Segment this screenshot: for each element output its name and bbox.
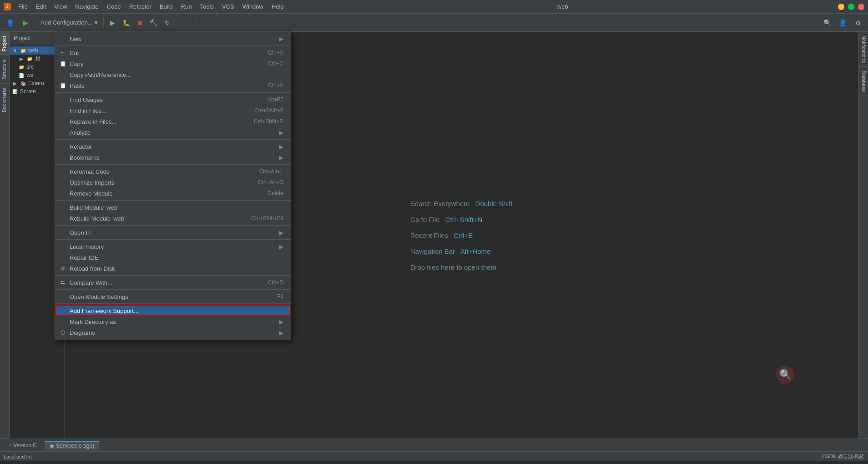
app-logo: J bbox=[4, 3, 11, 10]
ctx-mark-directory[interactable]: Mark Directory as ▶ bbox=[55, 316, 291, 327]
sidebar-tab-project[interactable]: Project bbox=[0, 32, 10, 55]
ctx-divider-10 bbox=[55, 303, 291, 304]
tree-label-we: we bbox=[26, 72, 33, 78]
add-config-label: Add Configuration... bbox=[40, 19, 93, 26]
compare-icon: ⇆ bbox=[59, 278, 67, 287]
right-tab-notifications[interactable]: Notifications bbox=[858, 32, 868, 67]
sidebar-tab-structure[interactable]: Structure bbox=[0, 55, 10, 83]
ctx-build-module[interactable]: Build Module 'web' bbox=[55, 202, 291, 213]
tree-label-scratch: Scrate bbox=[20, 88, 36, 95]
ctx-rebuild-module[interactable]: Rebuild Module 'web' Ctrl+Shift+F9 bbox=[55, 213, 291, 224]
ctx-refactor[interactable]: Refactor ▶ bbox=[55, 141, 291, 152]
menu-edit[interactable]: Edit bbox=[32, 2, 50, 11]
hint-search-everywhere: Search Everywhere Double Shift bbox=[410, 200, 513, 207]
toolbar: 👤 ▶ Add Configuration... ▾ ▶ 🐛 ⏹ 🔨 ↻ ← →… bbox=[0, 14, 868, 32]
ctx-new[interactable]: New ▶ bbox=[55, 33, 291, 44]
version-control-label: Version C bbox=[13, 442, 37, 449]
tree-label-src: src bbox=[26, 64, 34, 70]
sync-button[interactable]: ↻ bbox=[161, 16, 174, 29]
ctx-remove-module-label: Remove Module bbox=[70, 190, 113, 197]
ctx-bookmarks-arrow: ▶ bbox=[279, 154, 283, 161]
menu-vcs[interactable]: VCS bbox=[218, 2, 238, 11]
ctx-reformat-shortcut: Ctrl+Alt+L bbox=[259, 168, 283, 175]
ctx-copy[interactable]: 📋 Copy Ctrl+C bbox=[55, 58, 291, 69]
search-everywhere-icon[interactable]: 🔍 bbox=[821, 16, 833, 29]
right-tab-database[interactable]: Database bbox=[858, 67, 868, 96]
ctx-divider-5 bbox=[55, 200, 291, 201]
ctx-analyze[interactable]: Analyze ▶ bbox=[55, 127, 291, 138]
ctx-find-in-files[interactable]: Find in Files... Ctrl+Shift+F bbox=[55, 105, 291, 116]
ctx-open-in-arrow: ▶ bbox=[279, 229, 283, 236]
menu-run[interactable]: Run bbox=[177, 2, 196, 11]
nav-bar-key: Alt+Home bbox=[460, 247, 490, 255]
goto-file-key: Ctrl+Shift+N bbox=[445, 216, 483, 223]
menu-refactor[interactable]: Refactor bbox=[126, 2, 155, 11]
scratch-icon: 📝 bbox=[12, 88, 18, 95]
ctx-copy-path[interactable]: Copy Path/Reference... bbox=[55, 69, 291, 80]
menu-navigate[interactable]: Navigate bbox=[71, 2, 102, 11]
menu-tools[interactable]: Tools bbox=[197, 2, 217, 11]
reload-icon: ↺ bbox=[59, 264, 67, 272]
ctx-cut[interactable]: ✂ Cut Ctrl+X bbox=[55, 47, 291, 58]
menu-help[interactable]: Help bbox=[268, 2, 288, 11]
debug-button[interactable]: 🐛 bbox=[120, 16, 133, 29]
menu-build[interactable]: Build bbox=[156, 2, 177, 11]
tree-label-id: .id bbox=[35, 55, 40, 62]
run-green-button[interactable]: ▶ bbox=[19, 16, 32, 29]
build-button[interactable]: 🔨 bbox=[147, 16, 160, 29]
ctx-repair-ide[interactable]: Repair IDE bbox=[55, 252, 291, 263]
title-bar: J File Edit View Navigate Code Refactor … bbox=[0, 0, 868, 14]
ctx-module-settings[interactable]: Open Module Settings F4 bbox=[55, 291, 291, 302]
ctx-reformat[interactable]: Reformat Code Ctrl+Alt+L bbox=[55, 166, 291, 177]
file-icon-we: 📄 bbox=[18, 72, 25, 78]
ctx-remove-module[interactable]: Remove Module Delete bbox=[55, 188, 291, 199]
user-icon[interactable]: 👤 bbox=[836, 16, 849, 29]
add-configuration-button[interactable]: Add Configuration... ▾ bbox=[35, 17, 104, 28]
ctx-module-settings-label: Open Module Settings bbox=[70, 293, 128, 300]
run-controls: ▶ 🐛 ⏹ 🔨 ↻ ← → bbox=[106, 16, 201, 29]
bottom-bar: ⑂ Version C ◉ Services e ago) bbox=[0, 439, 868, 451]
menu-code[interactable]: Code bbox=[103, 2, 125, 11]
ctx-find-usages[interactable]: Find Usages Alt+F7 bbox=[55, 94, 291, 105]
localized-int-status[interactable]: Localized Int bbox=[4, 454, 32, 459]
recent-files-label: Recent Files bbox=[410, 232, 448, 239]
hint-recent-files: Recent Files Ctrl+E bbox=[410, 232, 473, 239]
ctx-rebuild-shortcut: Ctrl+Shift+F9 bbox=[251, 215, 283, 222]
ctx-local-history[interactable]: Local History ▶ bbox=[55, 241, 291, 252]
menu-file[interactable]: File bbox=[15, 2, 31, 11]
menu-view[interactable]: View bbox=[50, 2, 71, 11]
bottom-tab-version-control[interactable]: ⑂ Version C bbox=[4, 441, 41, 449]
ctx-cut-shortcut: Ctrl+X bbox=[268, 50, 283, 56]
stop-button[interactable]: ⏹ bbox=[134, 16, 146, 29]
ctx-divider-2 bbox=[55, 92, 291, 93]
ctx-bookmarks[interactable]: Bookmarks ▶ bbox=[55, 152, 291, 163]
ctx-open-in[interactable]: Open In ▶ bbox=[55, 227, 291, 238]
forward-button[interactable]: → bbox=[188, 16, 201, 29]
ctx-paste-shortcut: Ctrl+V bbox=[268, 82, 283, 89]
ctx-optimize-imports[interactable]: Optimize Imports Ctrl+Alt+O bbox=[55, 177, 291, 188]
menu-window[interactable]: Window bbox=[239, 2, 267, 11]
ctx-diagrams[interactable]: ⬡ Diagrams ▶ bbox=[55, 327, 291, 338]
ctx-divider-7 bbox=[55, 239, 291, 240]
gear-icon[interactable]: ⚙ bbox=[852, 16, 864, 29]
ctx-replace-in-files[interactable]: Replace in Files... Ctrl+Shift+R bbox=[55, 116, 291, 127]
ctx-reload-disk[interactable]: ↺ Reload from Disk bbox=[55, 263, 291, 274]
back-button[interactable]: ← bbox=[175, 16, 187, 29]
ctx-replace-label: Replace in Files... bbox=[70, 118, 116, 125]
close-button[interactable] bbox=[858, 4, 864, 10]
ctx-compare-with[interactable]: ⇆ Compare With... Ctrl+D bbox=[55, 277, 291, 288]
expand-icon-extern: ▶ bbox=[12, 80, 18, 86]
profile-button[interactable]: 👤 bbox=[4, 16, 16, 29]
ctx-diagrams-label: Diagrams bbox=[70, 329, 95, 336]
ctx-paste[interactable]: 📋 Paste Ctrl+V bbox=[55, 80, 291, 91]
minimize-button[interactable] bbox=[838, 4, 844, 10]
ctx-add-framework[interactable]: Add Framework Support... bbox=[55, 305, 291, 316]
cut-icon: ✂ bbox=[59, 49, 67, 57]
sidebar-tab-bookmarks[interactable]: Bookmarks bbox=[0, 83, 10, 116]
goto-file-label: Go to File bbox=[410, 216, 440, 223]
run-button[interactable]: ▶ bbox=[106, 16, 119, 29]
maximize-button[interactable] bbox=[848, 4, 854, 10]
ctx-reformat-label: Reformat Code bbox=[70, 168, 110, 175]
bottom-tab-services[interactable]: ◉ Services e ago) bbox=[45, 441, 99, 450]
ctx-divider-4 bbox=[55, 164, 291, 165]
